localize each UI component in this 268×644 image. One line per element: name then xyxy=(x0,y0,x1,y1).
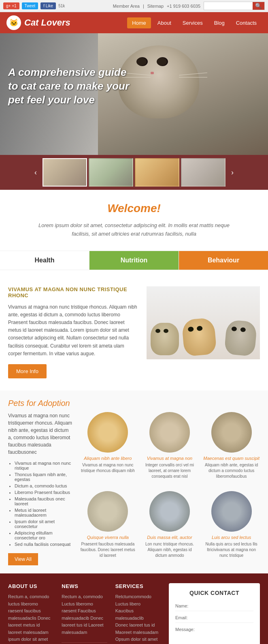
footer-service-4[interactable]: Donec laoreet tus id xyxy=(115,622,161,629)
kitten-2 xyxy=(181,317,217,356)
search-button[interactable]: 🔍 xyxy=(253,2,264,10)
cat-photo-5 xyxy=(149,491,190,532)
member-area-link[interactable]: Member Area xyxy=(113,4,140,9)
footer-service-6[interactable]: Opsum dolor sit amet xyxy=(115,636,161,643)
tweet-button[interactable]: Tweet xyxy=(22,2,38,9)
cat-photo-2 xyxy=(149,412,190,453)
header: 🐱 Cat Lovers Home About Services Blog Co… xyxy=(0,12,268,33)
cat-icon: 🐱 xyxy=(9,18,18,27)
search-input[interactable] xyxy=(204,2,253,10)
cat-name-5: Duis massa elit, auctor xyxy=(141,535,198,540)
footer-about-text: Rectum a, commodo luctus liberomo raesen… xyxy=(8,593,53,644)
cat-eye-left xyxy=(136,58,147,66)
cat-photo-4 xyxy=(87,491,128,532)
hero-banner: A comprehensive guide to cat care to mak… xyxy=(0,33,268,155)
list-item: Vivamus at magna non nunc ristique xyxy=(15,461,73,470)
qc-email-label: Email: xyxy=(175,615,198,620)
cat-name-2: Vivamus at magna non xyxy=(141,456,198,461)
content-section: VIVAMUS AT MAGNA NON NUNC TRISTIQUE RHON… xyxy=(0,278,268,391)
content-left: VIVAMUS AT MAGNA NON NUNC TRISTIQUE RHON… xyxy=(8,286,138,378)
footer-grid: ABOUT US Rectum a, commodo luctus libero… xyxy=(8,583,260,644)
thumbnail-strip: ‹ › xyxy=(0,155,268,190)
top-links: Member Area | Sitemap +1 919 603 6035 🔍 xyxy=(113,2,265,10)
main-nav: Home About Services Blog Contacts xyxy=(127,17,262,28)
facebook-button[interactable]: f Like xyxy=(40,2,56,9)
gplus-button[interactable]: g+ +1 xyxy=(3,2,19,9)
cat-name-6: Luis arcu sed lectus xyxy=(203,535,260,540)
next-thumb-button[interactable]: › xyxy=(227,167,238,178)
content-heading: VIVAMUS AT MAGNA NON NUNC TRISTIQUE RHON… xyxy=(8,286,138,298)
footer-service-1[interactable]: Retctumcommodo xyxy=(115,593,161,601)
qc-message-field: Message: xyxy=(175,625,253,644)
tab-nutrition[interactable]: Nutrition xyxy=(89,251,179,270)
footer-news-text: Rectum a, commodo Luctus liberomo raesen… xyxy=(62,593,107,636)
footer-services: SERVICES Retctumcommodo Luctus libero Ka… xyxy=(115,583,161,644)
quick-contact-form: Quick Contact Name: Email: Message: Clea… xyxy=(169,583,260,644)
footer-about: ABOUT US Rectum a, commodo luctus libero… xyxy=(8,583,53,644)
adoption-intro: Vivamus at magna non nunc tristiquemer r… xyxy=(8,412,73,456)
nav-about[interactable]: About xyxy=(153,17,176,28)
adoption-card-2: Vivamus at magna non Integer convallis o… xyxy=(141,412,198,486)
more-info-button[interactable]: More Info xyxy=(8,364,47,378)
phone-number: +1 919 603 6035 xyxy=(167,4,200,9)
logo-text: Cat Lovers xyxy=(24,17,70,28)
kittens-image xyxy=(147,286,260,359)
qc-name-input[interactable] xyxy=(198,603,253,608)
adoption-grid: Aliquam nibh ante libero Vivamus at magn… xyxy=(79,412,260,565)
qc-message-label: Message: xyxy=(175,627,198,632)
cat-desc-1: Vivamus at magna non nunc tristique rhon… xyxy=(79,462,136,474)
cat-desc-2: Integer convallis orci vel mi laoreet, a… xyxy=(141,462,198,479)
adoption-layout: Vivamus at magna non nunc tristiquemer r… xyxy=(8,412,260,565)
tabs-section: Health Nutrition Behaviour xyxy=(0,251,268,278)
thumbnail-4[interactable] xyxy=(181,158,225,187)
qc-email-input[interactable] xyxy=(198,615,253,620)
cat-desc-3: Aliquam nibh ante, egestas id dictum a c… xyxy=(203,462,260,479)
search-bar[interactable]: 🔍 xyxy=(204,2,265,10)
tabs-bar: Health Nutrition Behaviour xyxy=(0,251,268,270)
prev-thumb-button[interactable]: ‹ xyxy=(30,167,41,178)
social-bar: g+ +1 Tweet f Like 51k Member Area | Sit… xyxy=(0,0,268,12)
footer-service-5[interactable]: Maoreet malesuadam xyxy=(115,629,161,636)
cat-name-1: Aliquam nibh ante libero xyxy=(79,456,136,461)
nav-services[interactable]: Services xyxy=(178,17,208,28)
thumbnail-1[interactable] xyxy=(43,158,87,187)
list-item: Sed nulla facilisis consequat xyxy=(15,542,73,547)
qc-name-label: Name: xyxy=(175,603,198,608)
welcome-section: Welcome! Lorem ipsum dolor sit amet, con… xyxy=(0,190,268,251)
nav-home[interactable]: Home xyxy=(127,17,151,28)
cat-name-4: Quisque viverra nulla xyxy=(79,535,136,540)
nav-blog[interactable]: Blog xyxy=(209,17,230,28)
content-image xyxy=(147,286,260,359)
cat-desc-4: Praesent faucibus malesuada faucibus. Do… xyxy=(79,541,136,558)
fb-count: 51k xyxy=(58,4,65,8)
cat-photo-3 xyxy=(211,412,252,453)
footer-service-3[interactable]: Kaucibus malesuadaclib xyxy=(115,608,161,622)
footer-news: NEWS Rectum a, commodo Luctus liberomo r… xyxy=(62,583,107,644)
logo[interactable]: 🐱 Cat Lovers xyxy=(6,15,70,30)
list-item: Metus id laoreet malesuadaorem xyxy=(15,508,73,517)
cat-photo-6 xyxy=(211,491,252,532)
qc-message-input[interactable] xyxy=(175,632,253,644)
hero-headline: A comprehensive guide to cat care to mak… xyxy=(8,66,130,107)
footer-service-2[interactable]: Luctus libero xyxy=(115,601,161,608)
sitemap-link[interactable]: Sitemap xyxy=(147,4,164,9)
content-body: Vivamus at magna non nunc tristique rhon… xyxy=(8,303,138,358)
qc-name-field: Name: xyxy=(175,601,253,611)
tab-health[interactable]: Health xyxy=(0,251,89,270)
cat-name-3: Maecenas est quam suscipit xyxy=(203,456,260,461)
welcome-title: Welcome! xyxy=(24,202,244,215)
nav-contacts[interactable]: Contacts xyxy=(231,17,262,28)
hero-text-block: A comprehensive guide to cat care to mak… xyxy=(8,66,130,107)
list-item: Ipsum dolor sit amet consectetur xyxy=(15,519,73,529)
logo-icon: 🐱 xyxy=(6,15,21,30)
welcome-text: Lorem ipsum dolor sit amet, consectetur … xyxy=(33,221,235,238)
view-all-button[interactable]: View All xyxy=(8,553,38,565)
footer-services-title: SERVICES xyxy=(115,583,161,589)
tab-behaviour[interactable]: Behaviour xyxy=(179,251,268,270)
footer-about-title: ABOUT US xyxy=(8,583,53,589)
adoption-list: Vivamus at magna non nunc ristique Thonc… xyxy=(8,461,73,547)
thumbnail-2[interactable] xyxy=(89,158,133,187)
thumbnail-3[interactable] xyxy=(135,158,179,187)
adoption-card-1: Aliquam nibh ante libero Vivamus at magn… xyxy=(79,412,136,486)
footer-news-title: NEWS xyxy=(62,583,107,589)
